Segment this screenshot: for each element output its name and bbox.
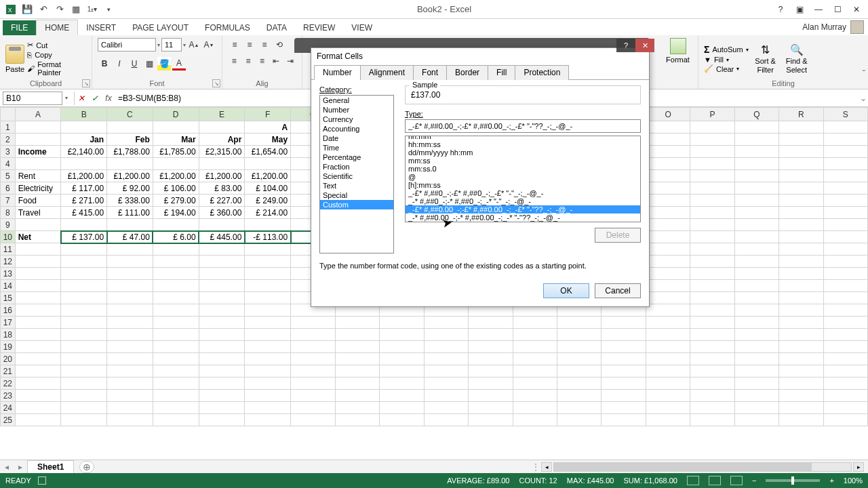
sheet-nav-next[interactable]: ▸ <box>14 462 27 472</box>
cell[interactable] <box>646 256 690 268</box>
cell[interactable] <box>513 317 557 329</box>
cell[interactable]: £1,200.00 <box>245 170 291 182</box>
cell[interactable] <box>734 341 778 353</box>
col-header[interactable]: F <box>245 108 291 121</box>
bold-button[interactable]: B <box>98 57 111 70</box>
type-list-item[interactable]: _-£* #,##0_-;-£* #,##0_-;_-£* "-"_-;_-@_… <box>406 189 640 197</box>
cell[interactable] <box>690 280 734 292</box>
category-item[interactable]: Currency <box>320 115 393 124</box>
type-list-item[interactable]: @ <box>406 173 640 181</box>
cell[interactable] <box>823 378 868 390</box>
cell[interactable] <box>199 158 245 170</box>
cell[interactable] <box>61 390 107 402</box>
cell[interactable] <box>734 207 778 219</box>
cell[interactable] <box>199 304 245 317</box>
cell[interactable] <box>199 341 245 353</box>
cell[interactable] <box>107 304 153 317</box>
cell[interactable] <box>199 365 245 378</box>
cell[interactable] <box>601 317 646 329</box>
cell[interactable] <box>61 158 107 170</box>
cell[interactable] <box>823 304 868 317</box>
category-item[interactable]: Accounting <box>320 124 393 134</box>
cell[interactable] <box>779 231 823 243</box>
cell[interactable] <box>779 219 823 231</box>
align-bottom-icon[interactable]: ≡ <box>258 38 271 52</box>
cell[interactable] <box>15 243 61 256</box>
cell[interactable]: £2,315.00 <box>199 146 245 158</box>
row-header[interactable]: 3 <box>1 146 16 158</box>
cell[interactable] <box>823 195 868 207</box>
cell[interactable] <box>245 365 291 378</box>
cell[interactable] <box>153 414 199 426</box>
cell[interactable] <box>646 329 690 341</box>
cell[interactable] <box>424 378 468 390</box>
cell[interactable] <box>823 170 868 182</box>
cell[interactable] <box>61 378 107 390</box>
cell[interactable]: £1,200.00 <box>153 170 199 182</box>
cell[interactable] <box>646 353 690 365</box>
cell[interactable] <box>153 256 199 268</box>
cell[interactable] <box>380 414 424 426</box>
cell[interactable] <box>690 158 734 170</box>
cell[interactable] <box>245 329 291 341</box>
cell[interactable] <box>61 402 107 414</box>
cell[interactable] <box>646 378 690 390</box>
col-header[interactable]: C <box>107 108 153 121</box>
cell[interactable] <box>336 353 380 365</box>
row-header[interactable]: 21 <box>1 365 16 378</box>
cell[interactable] <box>823 121 868 134</box>
clear-button[interactable]: 🧹Clear▾ <box>704 64 749 73</box>
cell[interactable] <box>513 402 557 414</box>
cell[interactable] <box>380 329 424 341</box>
cell[interactable] <box>823 146 868 158</box>
cell[interactable] <box>690 219 734 231</box>
cell[interactable] <box>153 329 199 341</box>
cell[interactable] <box>690 292 734 304</box>
cell[interactable] <box>291 414 336 426</box>
cell[interactable] <box>199 121 245 134</box>
cell[interactable] <box>779 317 823 329</box>
cell[interactable] <box>779 280 823 292</box>
cell[interactable] <box>336 414 380 426</box>
cell[interactable] <box>424 414 468 426</box>
view-normal-icon[interactable] <box>687 476 699 485</box>
cell[interactable] <box>245 341 291 353</box>
cell[interactable] <box>15 134 61 146</box>
cell[interactable] <box>734 292 778 304</box>
zoom-in-icon[interactable]: + <box>829 476 833 485</box>
cell[interactable] <box>107 219 153 231</box>
cell[interactable] <box>601 329 646 341</box>
cell[interactable] <box>779 207 823 219</box>
cell[interactable] <box>690 170 734 182</box>
cell[interactable] <box>199 378 245 390</box>
cell[interactable] <box>380 390 424 402</box>
cell[interactable]: £ 83.00 <box>199 182 245 195</box>
cell[interactable] <box>107 292 153 304</box>
cell[interactable] <box>779 414 823 426</box>
cell[interactable] <box>469 341 513 353</box>
sheet-nav-prev[interactable]: ◂ <box>0 462 14 472</box>
clipboard-launcher[interactable]: ↘ <box>82 79 90 87</box>
cell[interactable] <box>557 365 601 378</box>
type-input[interactable] <box>405 119 641 133</box>
cell[interactable]: £ 111.00 <box>107 207 153 219</box>
cell[interactable] <box>557 390 601 402</box>
cell[interactable] <box>380 317 424 329</box>
cell[interactable] <box>61 256 107 268</box>
cell[interactable] <box>61 219 107 231</box>
cell[interactable] <box>690 402 734 414</box>
cell[interactable] <box>513 365 557 378</box>
cell[interactable] <box>245 402 291 414</box>
cell[interactable] <box>336 402 380 414</box>
cell[interactable] <box>469 353 513 365</box>
cell[interactable] <box>15 329 61 341</box>
category-item[interactable]: Percentage <box>320 152 393 162</box>
cell[interactable] <box>61 268 107 280</box>
cell[interactable] <box>107 378 153 390</box>
cell[interactable]: £1,200.00 <box>61 170 107 182</box>
cell[interactable] <box>61 365 107 378</box>
cell[interactable] <box>823 365 868 378</box>
cell[interactable] <box>107 365 153 378</box>
cell[interactable] <box>245 353 291 365</box>
dialog-close-icon[interactable]: ✕ <box>635 39 654 52</box>
